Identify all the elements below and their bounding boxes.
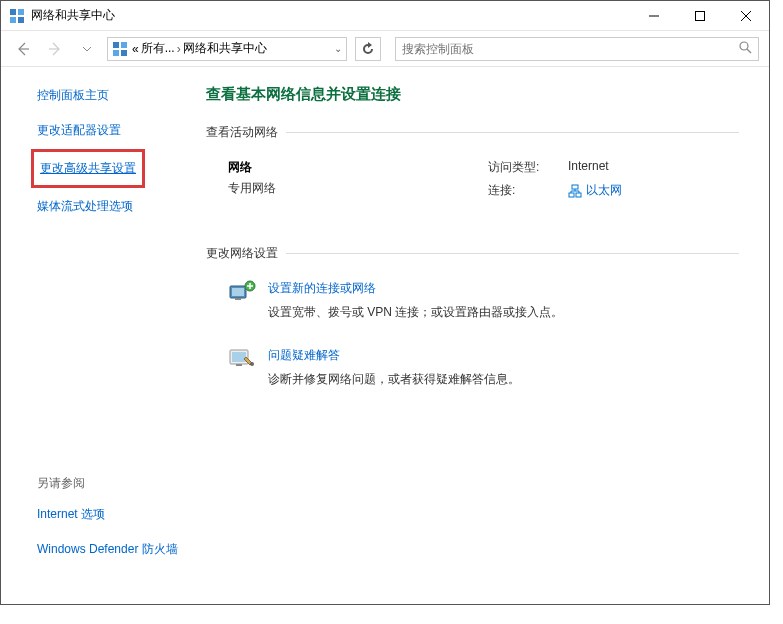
access-value: Internet	[568, 159, 609, 176]
svg-rect-18	[576, 193, 581, 197]
content: 控制面板主页 更改适配器设置 更改高级共享设置 媒体流式处理选项 另请参阅 In…	[1, 67, 769, 604]
active-networks-header: 查看活动网络	[206, 124, 739, 141]
window-title: 网络和共享中心	[31, 7, 631, 24]
troubleshoot-desc: 诊断并修复网络问题，或者获得疑难解答信息。	[268, 370, 520, 388]
maximize-icon	[695, 11, 705, 21]
close-button[interactable]	[723, 1, 769, 31]
firewall-link[interactable]: Windows Defender 防火墙	[37, 541, 184, 558]
address-bar[interactable]: « 所有... › 网络和共享中心 ⌄	[107, 37, 347, 61]
recent-button[interactable]	[75, 37, 99, 61]
network-row: 网络 专用网络 访问类型: Internet 连接:	[206, 159, 739, 205]
ethernet-icon	[568, 184, 582, 198]
troubleshoot-link[interactable]: 问题疑难解答	[268, 347, 520, 364]
forward-icon	[47, 41, 63, 57]
sidebar-home-link[interactable]: 控制面板主页	[37, 87, 184, 104]
svg-point-32	[250, 362, 254, 366]
refresh-icon	[361, 42, 375, 56]
svg-rect-3	[18, 17, 24, 23]
divider	[286, 132, 739, 133]
troubleshoot-item: 问题疑难解答 诊断并修复网络问题，或者获得疑难解答信息。	[206, 347, 739, 388]
setup-connection-item: 设置新的连接或网络 设置宽带、拨号或 VPN 连接；或设置路由器或接入点。	[206, 280, 739, 321]
svg-line-15	[747, 49, 751, 53]
internet-options-link[interactable]: Internet 选项	[37, 506, 184, 523]
network-details: 访问类型: Internet 连接:	[488, 159, 622, 205]
troubleshoot-icon	[228, 347, 256, 369]
toolbar: « 所有... › 网络和共享中心 ⌄	[1, 31, 769, 67]
search-box[interactable]	[395, 37, 759, 61]
divider	[286, 253, 739, 254]
svg-rect-25	[235, 298, 241, 300]
chevron-right-icon: ›	[177, 42, 181, 56]
svg-rect-30	[232, 352, 246, 362]
window-controls	[631, 1, 769, 31]
breadcrumb-part[interactable]: 所有...	[141, 40, 175, 57]
see-also-title: 另请参阅	[37, 475, 184, 492]
setup-connection-icon	[228, 280, 256, 302]
highlight-box: 更改高级共享设置	[31, 149, 145, 188]
sidebar-media-link[interactable]: 媒体流式处理选项	[37, 198, 184, 215]
network-type: 专用网络	[228, 180, 488, 197]
network-name: 网络	[228, 159, 488, 176]
svg-rect-0	[10, 9, 16, 15]
setup-connection-desc: 设置宽带、拨号或 VPN 连接；或设置路由器或接入点。	[268, 303, 563, 321]
svg-rect-2	[10, 17, 16, 23]
sidebar-adapter-link[interactable]: 更改适配器设置	[37, 122, 184, 139]
svg-rect-5	[696, 11, 705, 20]
refresh-button[interactable]	[355, 37, 381, 61]
svg-rect-1	[18, 9, 24, 15]
connection-label: 连接:	[488, 182, 548, 199]
svg-rect-12	[113, 50, 119, 56]
main: 查看基本网络信息并设置连接 查看活动网络 网络 专用网络 访问类型: Inter…	[196, 67, 769, 604]
sidebar: 控制面板主页 更改适配器设置 更改高级共享设置 媒体流式处理选项 另请参阅 In…	[1, 67, 196, 604]
change-settings-header: 更改网络设置	[206, 245, 739, 262]
svg-rect-11	[121, 42, 127, 48]
window: 网络和共享中心 «	[0, 0, 770, 605]
breadcrumb-prefix: «	[132, 42, 139, 56]
sidebar-top: 控制面板主页 更改适配器设置 更改高级共享设置 媒体流式处理选项	[1, 87, 196, 475]
minimize-icon	[649, 11, 659, 21]
sidebar-bottom: 另请参阅 Internet 选项 Windows Defender 防火墙	[1, 475, 196, 594]
titlebar: 网络和共享中心	[1, 1, 769, 31]
svg-rect-24	[232, 288, 244, 296]
back-icon	[15, 41, 31, 57]
change-settings-title: 更改网络设置	[206, 245, 278, 262]
connection-value: 以太网	[586, 182, 622, 199]
back-button[interactable]	[11, 37, 35, 61]
breadcrumb: « 所有... › 网络和共享中心	[132, 40, 267, 57]
setup-connection-link[interactable]: 设置新的连接或网络	[268, 280, 563, 297]
svg-rect-16	[572, 185, 578, 189]
svg-rect-13	[121, 50, 127, 56]
network-identity: 网络 专用网络	[228, 159, 488, 205]
svg-rect-31	[236, 364, 242, 366]
svg-rect-10	[113, 42, 119, 48]
svg-point-14	[740, 42, 748, 50]
access-label: 访问类型:	[488, 159, 548, 176]
app-icon	[9, 8, 25, 24]
svg-rect-17	[569, 193, 574, 197]
address-dropdown-icon[interactable]: ⌄	[334, 43, 342, 54]
minimize-button[interactable]	[631, 1, 677, 31]
search-icon[interactable]	[739, 41, 752, 57]
connection-link[interactable]: 以太网	[568, 182, 622, 199]
sidebar-sharing-link[interactable]: 更改高级共享设置	[40, 160, 136, 177]
active-networks-title: 查看活动网络	[206, 124, 278, 141]
forward-button[interactable]	[43, 37, 67, 61]
close-icon	[741, 11, 751, 21]
chevron-down-icon	[82, 44, 92, 54]
maximize-button[interactable]	[677, 1, 723, 31]
search-input[interactable]	[402, 42, 735, 56]
page-title: 查看基本网络信息并设置连接	[206, 85, 739, 104]
address-icon	[112, 41, 128, 57]
breadcrumb-part[interactable]: 网络和共享中心	[183, 40, 267, 57]
